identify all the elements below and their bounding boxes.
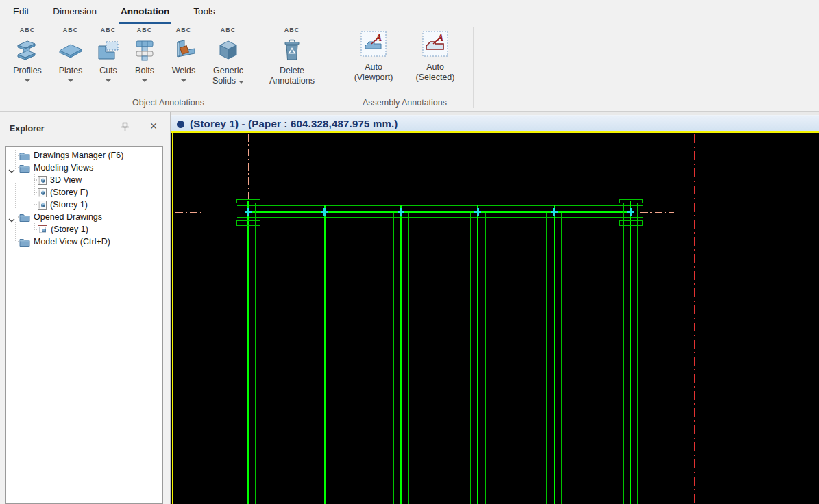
- group-label-assembly-annotations: Assembly Annotations: [337, 98, 473, 108]
- explorer-tree: Drawings Manager (F6) Modeling Views 3D …: [5, 146, 163, 504]
- tree-item-label: Opened Drawings: [34, 212, 102, 222]
- tree-item-label: Model View (Ctrl+D): [34, 237, 110, 247]
- bolt-icon: [127, 36, 162, 64]
- drawing-window-titlebar[interactable]: (Storey 1) - (Paper : 604.328,487.975 mm…: [171, 115, 819, 131]
- tree-item-modeling-views[interactable]: Modeling Views: [6, 162, 162, 174]
- drawing-canvas[interactable]: [171, 131, 819, 504]
- cuts-button[interactable]: ABC Cuts: [91, 27, 125, 82]
- abc-label: ABC: [8, 27, 47, 36]
- tree-item-label: (Storey 1): [50, 200, 88, 210]
- tree-item-label: Drawings Manager (F6): [34, 151, 123, 160]
- ribbon-group-separator: [337, 27, 337, 108]
- svg-text:A: A: [437, 33, 443, 43]
- chevron-down-icon: [68, 79, 73, 82]
- chevron-down-icon: [239, 81, 244, 84]
- generic-solids-button[interactable]: ABC Generic Solids: [205, 27, 252, 86]
- column-interior[interactable]: [547, 205, 562, 504]
- cuts-label: Cuts: [91, 66, 125, 76]
- column-interior[interactable]: [393, 205, 408, 504]
- ribbon: ABC Profiles ABC: [0, 24, 819, 112]
- auto-viewport-icon: A: [346, 27, 401, 61]
- profiles-button[interactable]: ABC Profiles: [8, 27, 47, 82]
- paper-border: [171, 132, 819, 504]
- profiles-label: Profiles: [8, 66, 47, 76]
- folder-icon: [19, 151, 30, 160]
- delete-annotations-label: Delete Annotations: [262, 66, 321, 86]
- generic-solids-label: Generic Solids: [205, 66, 252, 86]
- auto-selected-label: Auto (Selected): [408, 62, 462, 83]
- grid-axis-lines[interactable]: [175, 134, 694, 504]
- tree-item-3d-view[interactable]: 3D View: [6, 174, 162, 186]
- folder-icon: [19, 164, 30, 173]
- profile-beam-icon: [8, 36, 47, 64]
- cut-icon: [91, 36, 125, 64]
- chevron-down-icon: [106, 79, 111, 82]
- delete-annotations-button[interactable]: ABC Delete Annotations: [262, 27, 321, 86]
- bolts-label: Bolts: [127, 66, 162, 76]
- generic-solid-icon: [205, 36, 252, 64]
- folder-icon: [19, 238, 30, 247]
- auto-selected-button[interactable]: A Auto (Selected): [408, 27, 462, 83]
- abc-label: ABC: [262, 27, 321, 36]
- tree-item-model-view[interactable]: Model View (Ctrl+D): [6, 236, 162, 248]
- explorer-panel-title: Explorer: [10, 124, 45, 134]
- plates-button[interactable]: ABC Plates: [51, 27, 90, 82]
- delete-annotations-icon: [262, 36, 321, 64]
- auto-selected-icon: A: [408, 27, 462, 61]
- folder-icon: [19, 213, 30, 222]
- ribbon-group-separator: [473, 27, 474, 108]
- chevron-down-icon: [142, 79, 147, 82]
- tree-item-storey-1-view[interactable]: (Storey 1): [6, 199, 162, 211]
- welds-button[interactable]: ABC Welds: [166, 27, 201, 82]
- close-icon[interactable]: ×: [147, 118, 160, 134]
- weld-icon: [166, 36, 201, 64]
- tree-item-opened-drawings[interactable]: Opened Drawings: [6, 211, 162, 223]
- tab-dimension[interactable]: Dimension: [51, 0, 98, 24]
- application-window: Edit Dimension Annotation Tools ABC Prof…: [0, 0, 819, 504]
- drawing-window-title: (Storey 1) - (Paper : 604.328,487.975 mm…: [190, 118, 398, 129]
- tree-item-label: 3D View: [50, 175, 82, 185]
- drawing-active-bullet-icon: [177, 121, 184, 128]
- abc-label: ABC: [166, 27, 201, 36]
- ribbon-separator: [256, 27, 256, 108]
- bolts-button[interactable]: ABC Bolts: [127, 27, 162, 82]
- view-icon: [38, 176, 47, 185]
- tab-edit[interactable]: Edit: [12, 0, 30, 24]
- beam[interactable]: [237, 205, 643, 218]
- abc-label: ABC: [91, 27, 125, 36]
- group-label-object-annotations: Object Annotations: [0, 98, 337, 108]
- welds-label: Welds: [166, 66, 201, 76]
- tab-tools[interactable]: Tools: [192, 0, 217, 24]
- tab-annotation[interactable]: Annotation: [119, 0, 171, 24]
- view-icon: [38, 201, 47, 210]
- tree-item-label: Modeling Views: [34, 163, 93, 173]
- chevron-down-icon: [25, 79, 30, 82]
- opened-drawing-icon: [38, 225, 47, 234]
- menu-bar: Edit Dimension Annotation Tools: [0, 0, 819, 24]
- tree-item-storey-1-opened[interactable]: (Storey 1): [6, 223, 162, 236]
- plate-icon: [51, 36, 90, 64]
- view-icon: [38, 188, 47, 197]
- abc-label: ABC: [127, 27, 162, 36]
- column-end-right[interactable]: [619, 200, 642, 504]
- plates-label: Plates: [51, 66, 90, 76]
- tree-item-storey-f[interactable]: (Storey F): [6, 186, 162, 199]
- tree-item-label: (Storey F): [50, 188, 88, 197]
- auto-viewport-button[interactable]: A Auto (Viewport): [346, 27, 401, 83]
- explorer-panel: Explorer ×: [0, 112, 171, 504]
- svg-text:A: A: [375, 33, 382, 43]
- tree-item-drawings-manager[interactable]: Drawings Manager (F6): [6, 149, 162, 162]
- abc-label: ABC: [51, 27, 90, 36]
- pin-icon[interactable]: [119, 122, 132, 134]
- auto-viewport-label: Auto (Viewport): [346, 62, 401, 83]
- abc-label: ABC: [205, 27, 252, 36]
- tree-item-label: (Storey 1): [51, 225, 88, 234]
- chevron-down-icon: [181, 79, 186, 82]
- column-end-left[interactable]: [236, 200, 260, 504]
- column-interior[interactable]: [317, 205, 332, 504]
- column-interior[interactable]: [470, 205, 485, 504]
